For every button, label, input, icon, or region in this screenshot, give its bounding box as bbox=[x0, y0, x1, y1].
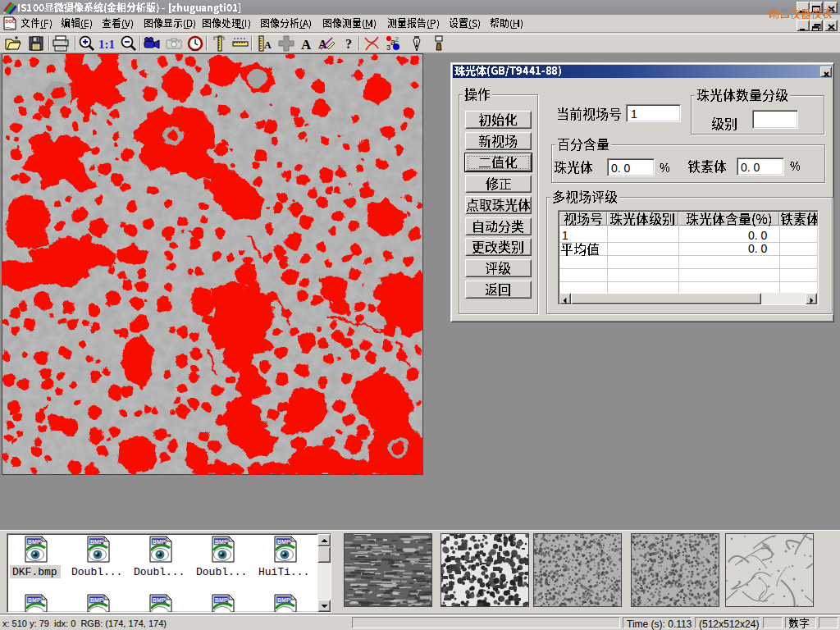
svg-text:BMP: BMP bbox=[28, 539, 41, 545]
svg-text:?: ? bbox=[345, 37, 352, 51]
svg-text:BMP: BMP bbox=[90, 597, 103, 603]
svg-text:BMP: BMP bbox=[28, 597, 41, 603]
svg-text:3: 3 bbox=[386, 43, 390, 52]
svg-text:2: 2 bbox=[395, 35, 399, 43]
svg-text:1:1: 1:1 bbox=[98, 38, 115, 51]
svg-text:BMP: BMP bbox=[153, 539, 166, 545]
svg-text:BMP: BMP bbox=[90, 539, 103, 545]
svg-text:BMP: BMP bbox=[153, 597, 166, 603]
svg-text:A: A bbox=[264, 39, 272, 51]
svg-text:DOC: DOC bbox=[6, 19, 16, 24]
svg-text:A: A bbox=[301, 37, 312, 52]
svg-text:BMP: BMP bbox=[277, 539, 290, 545]
svg-text:BMP: BMP bbox=[215, 539, 228, 545]
svg-text:BMP: BMP bbox=[215, 597, 228, 603]
svg-text:BMP: BMP bbox=[277, 597, 290, 603]
